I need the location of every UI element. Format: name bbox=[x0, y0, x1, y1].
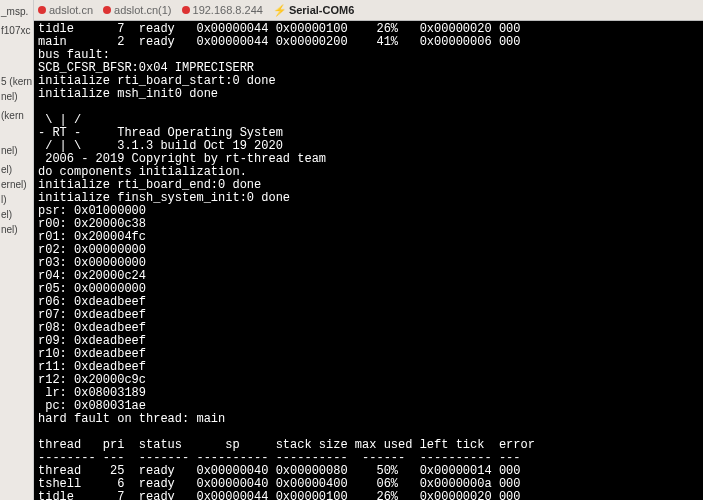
sidebar-item[interactable]: 5 (kern bbox=[0, 74, 33, 89]
tab-label: adslot.cn bbox=[49, 4, 93, 16]
tab-dot-icon bbox=[182, 6, 190, 14]
tab-dot-icon bbox=[103, 6, 111, 14]
sidebar-item[interactable]: l) bbox=[0, 192, 33, 207]
sidebar-item[interactable]: nel) bbox=[0, 89, 33, 104]
tab-label: adslot.cn(1) bbox=[114, 4, 171, 16]
tab-session-active[interactable]: ⚡Serial-COM6 bbox=[273, 4, 354, 17]
sidebar: _msp. f107xc 5 (kern nel) (kern nel) el)… bbox=[0, 0, 34, 500]
terminal-output[interactable]: tidle 7 ready 0x00000044 0x00000100 26% … bbox=[34, 21, 703, 500]
tab-dot-icon bbox=[38, 6, 46, 14]
sidebar-item[interactable]: el) bbox=[0, 207, 33, 222]
sidebar-item[interactable]: (kern bbox=[0, 108, 33, 123]
tab-label: Serial-COM6 bbox=[289, 4, 354, 16]
tab-bar: adslot.cn adslot.cn(1) 192.168.8.244 ⚡Se… bbox=[34, 0, 703, 21]
tab-session[interactable]: adslot.cn(1) bbox=[103, 4, 171, 16]
sidebar-item[interactable]: nel) bbox=[0, 143, 33, 158]
sidebar-item[interactable]: ernel) bbox=[0, 177, 33, 192]
tab-label: 192.168.8.244 bbox=[193, 4, 263, 16]
main-pane: adslot.cn adslot.cn(1) 192.168.8.244 ⚡Se… bbox=[34, 0, 703, 500]
sidebar-item[interactable]: f107xc bbox=[0, 23, 33, 38]
tab-session[interactable]: adslot.cn bbox=[38, 4, 93, 16]
tab-session[interactable]: 192.168.8.244 bbox=[182, 4, 263, 16]
sidebar-item[interactable]: nel) bbox=[0, 222, 33, 237]
lightning-icon: ⚡ bbox=[273, 4, 287, 17]
app-root: _msp. f107xc 5 (kern nel) (kern nel) el)… bbox=[0, 0, 703, 500]
sidebar-item[interactable]: el) bbox=[0, 162, 33, 177]
sidebar-item[interactable]: _msp. bbox=[0, 4, 33, 19]
